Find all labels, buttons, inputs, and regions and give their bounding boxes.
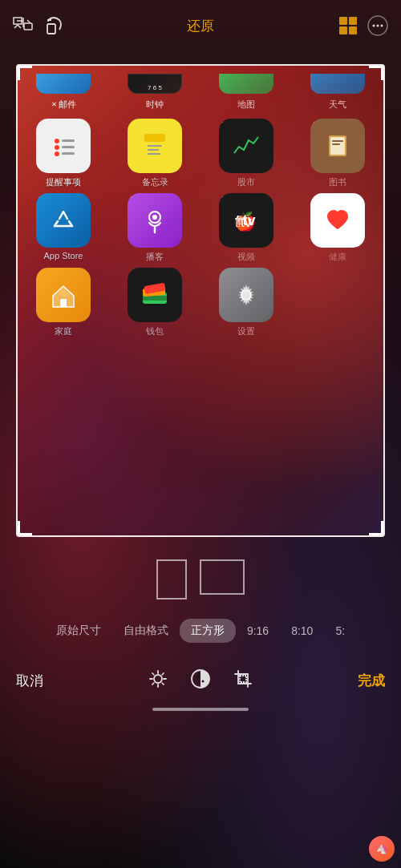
partial-weather: [302, 74, 374, 94]
mail-label: 邮件: [59, 99, 76, 111]
exposure-icon[interactable]: [148, 669, 168, 692]
format-810[interactable]: 8:10: [280, 620, 324, 642]
wallet-label: 钱包: [146, 325, 164, 337]
svg-line-48: [152, 683, 154, 684]
format-square[interactable]: 正方形: [180, 619, 236, 643]
svg-rect-6: [349, 17, 357, 25]
tool-icons: [148, 668, 253, 693]
cancel-button[interactable]: 取消: [16, 672, 43, 690]
format-original[interactable]: 原始尺寸: [45, 619, 112, 643]
watermark: 🦄: [369, 836, 395, 862]
svg-line-47: [162, 673, 164, 675]
transform-icon[interactable]: [13, 17, 34, 34]
svg-point-14: [55, 145, 59, 150]
contrast-icon[interactable]: [190, 668, 211, 693]
books-label: 图书: [329, 176, 346, 188]
podcasts-label: 播客: [146, 251, 164, 263]
format-options-bar: 原始尺寸 自由格式 正方形 9:16 8:10 5:: [0, 619, 401, 643]
stocks-label: 股市: [237, 176, 255, 188]
svg-rect-17: [62, 146, 75, 148]
phone-screen: 7 6 5 ✕ 邮件 时钟 地图 天气 ✕: [16, 64, 385, 537]
settings-label: 设置: [237, 325, 255, 337]
svg-rect-3: [24, 23, 32, 30]
svg-point-12: [381, 25, 383, 27]
layout-icon[interactable]: [338, 16, 358, 35]
app-podcasts[interactable]: ✕ 播客: [119, 193, 191, 263]
appstore-label: App Store: [44, 251, 83, 260]
svg-rect-5: [339, 17, 347, 25]
crop-corner-tl: [18, 66, 32, 80]
app-home[interactable]: 家庭: [27, 268, 99, 337]
format-916[interactable]: 9:16: [236, 620, 280, 642]
svg-rect-27: [332, 143, 340, 145]
crop-corner-bl: [18, 521, 32, 535]
rotate-icon[interactable]: [45, 17, 63, 34]
ratio-thumbnails: [0, 559, 401, 600]
svg-rect-8: [349, 26, 357, 34]
svg-rect-22: [148, 149, 159, 151]
svg-rect-21: [148, 145, 162, 147]
crop-corner-tr: [369, 66, 383, 80]
svg-point-13: [55, 139, 59, 143]
crop-corner-br: [369, 521, 383, 535]
svg-point-15: [55, 151, 59, 156]
svg-rect-36: [143, 296, 167, 301]
clock-label: 时钟: [119, 99, 191, 111]
app-reminders[interactable]: ✕ 提醒事项: [27, 119, 99, 188]
format-5[interactable]: 5:: [324, 620, 356, 642]
svg-rect-7: [339, 26, 347, 34]
maps-label: 地图: [210, 99, 282, 111]
partial-clock: 7 6 5: [119, 74, 191, 94]
app-health[interactable]: 健康: [302, 193, 374, 263]
home-indicator: [152, 708, 249, 711]
reminders-label: 提醒事项: [46, 176, 81, 188]
app-notes[interactable]: 备忘录: [119, 119, 191, 188]
app-empty: [302, 268, 374, 337]
app-books[interactable]: ✕ 图书: [302, 119, 374, 188]
home-label: 家庭: [55, 325, 72, 337]
weather-label: 天气: [302, 99, 374, 111]
more-icon[interactable]: [367, 15, 388, 36]
health-label: 健康: [329, 251, 346, 263]
svg-rect-16: [62, 139, 75, 142]
top-bar-right-icons: [338, 15, 388, 36]
svg-rect-25: [330, 137, 345, 155]
svg-rect-4: [47, 24, 55, 34]
top-toolbar: 还原: [0, 0, 401, 48]
svg-line-45: [152, 673, 154, 675]
svg-point-50: [196, 675, 200, 678]
partial-maps: [210, 74, 282, 94]
app-row-1: ✕ 提醒事项: [18, 119, 383, 188]
svg-rect-34: [60, 299, 67, 307]
top-bar-left-icons: [13, 17, 63, 34]
app-tv[interactable]: ✕ tv 🍎 tv  tv 视频: [210, 193, 282, 263]
app-stocks[interactable]: ✕ 股市: [210, 119, 282, 188]
bottom-toolbar: 取消: [0, 659, 401, 700]
app-appstore[interactable]: ✕ App Store: [27, 193, 99, 263]
svg-point-11: [377, 25, 379, 27]
done-button[interactable]: 完成: [358, 672, 385, 690]
app-wallet[interactable]: 钱包: [119, 268, 191, 337]
svg-point-10: [373, 25, 375, 27]
partial-mail: [27, 74, 99, 94]
app-row-2: ✕ App Store ✕: [18, 193, 383, 263]
format-free[interactable]: 自由格式: [112, 619, 180, 643]
svg-point-51: [202, 680, 205, 683]
svg-point-40: [154, 675, 162, 683]
landscape-thumb[interactable]: [200, 559, 245, 595]
svg-rect-26: [332, 140, 343, 142]
svg-point-29: [152, 215, 157, 220]
svg-rect-18: [62, 152, 75, 155]
svg-rect-52: [240, 676, 246, 682]
main-image-area: 7 6 5 ✕ 邮件 时钟 地图 天气 ✕: [16, 64, 385, 537]
svg-rect-23: [148, 153, 160, 155]
page-title: 还原: [187, 17, 214, 35]
portrait-thumb[interactable]: [156, 559, 187, 600]
bottom-area: 原始尺寸 自由格式 正方形 9:16 8:10 5: 取消: [0, 559, 401, 711]
crop-tool-icon[interactable]: [233, 669, 253, 692]
app-row-3: 家庭 钱包: [18, 268, 383, 337]
tv-label: 视频: [237, 251, 255, 263]
notes-label: 备忘录: [142, 176, 168, 188]
svg-line-46: [162, 683, 164, 684]
app-settings[interactable]: 设置: [210, 268, 282, 337]
